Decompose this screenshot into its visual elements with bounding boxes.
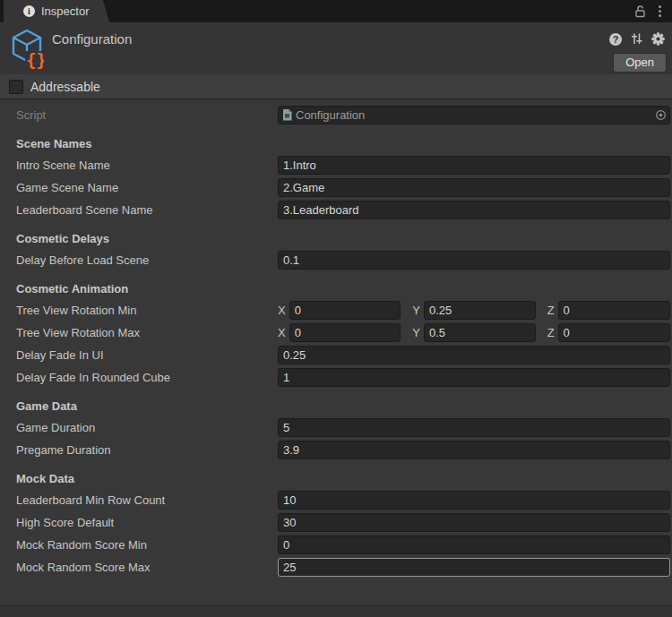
tab-inspector[interactable]: i Inspector (4, 0, 109, 22)
inspector-footer (0, 605, 672, 617)
field-row: Leaderboard Min Row Count (0, 491, 672, 510)
axis-z-label: Z (547, 304, 555, 317)
axis-z-label: Z (547, 326, 555, 339)
kebab-menu-icon[interactable] (657, 4, 663, 19)
field-label: Leaderboard Min Row Count (16, 493, 278, 507)
script-object-field[interactable]: Configuration (278, 106, 670, 124)
axis-y-label: Y (412, 304, 420, 317)
mock-random-score-min-input[interactable] (278, 536, 670, 554)
mock-random-score-max-input[interactable] (278, 558, 670, 577)
unlock-icon[interactable] (633, 4, 647, 18)
field-row: Leaderboard Scene Name (0, 201, 672, 219)
field-label: High Score Default (16, 516, 278, 529)
field-label: Mock Random Score Max (16, 561, 278, 574)
field-row: Game Scene Name (0, 178, 672, 197)
gear-icon[interactable] (651, 32, 665, 46)
open-button[interactable]: Open (613, 53, 667, 73)
addressable-row: Addressable (0, 74, 672, 99)
scriptable-object-icon: {} (10, 28, 44, 69)
vector-field-row: Tree View Rotation Max X Y Z (0, 323, 672, 342)
axis-x-label: X (278, 326, 286, 339)
asset-title: Configuration (52, 31, 132, 47)
tree-view-rotation-min-y-input[interactable] (424, 301, 536, 320)
field-row: Pregame Duration (0, 441, 672, 459)
section-title-scene-names: Scene Names (0, 137, 672, 150)
field-row: Delay Fade In UI (0, 346, 672, 364)
inspector-body: Script Configuration Scene Names Intro S… (0, 99, 672, 605)
field-label: Delay Before Load Scene (16, 253, 278, 267)
pregame-duration-input[interactable] (278, 441, 670, 459)
field-row: Delay Before Load Scene (0, 251, 672, 270)
field-label: Tree View Rotation Max (16, 326, 278, 339)
game-duration-input[interactable] (278, 418, 670, 437)
section-title-cosmetic-animation: Cosmetic Animation (0, 282, 672, 296)
leaderboard-scene-name-input[interactable] (278, 201, 670, 219)
tab-bar: i Inspector (0, 0, 672, 22)
field-row: Intro Scene Name (0, 156, 672, 175)
field-label: Leaderboard Scene Name (16, 203, 278, 217)
script-object-name: Configuration (296, 108, 655, 122)
field-row: Mock Random Score Max (0, 558, 672, 577)
csharp-script-icon (282, 109, 292, 121)
inspector-header: {} Configuration ? Open (0, 22, 672, 74)
field-label: Mock Random Score Min (16, 538, 278, 552)
tree-view-rotation-max-y-input[interactable] (424, 323, 536, 342)
field-row: Delay Fade In Rounded Cube (0, 368, 672, 387)
field-label: Delay Fade In Rounded Cube (16, 371, 278, 384)
field-label: Game Scene Name (16, 181, 278, 194)
tree-view-rotation-min-z-input[interactable] (558, 301, 670, 320)
tree-view-rotation-max-x-input[interactable] (289, 323, 401, 342)
intro-scene-name-input[interactable] (278, 156, 670, 175)
info-icon: i (23, 5, 35, 17)
field-label: Tree View Rotation Min (16, 304, 278, 317)
delay-fade-in-rounded-cube-input[interactable] (278, 368, 670, 387)
section-title-game-data: Game Data (0, 399, 672, 413)
field-row: High Score Default (0, 513, 672, 532)
vector-field-row: Tree View Rotation Min X Y Z (0, 301, 672, 320)
field-label: Intro Scene Name (16, 159, 278, 172)
delay-before-load-scene-input[interactable] (278, 251, 670, 270)
help-icon[interactable]: ? (609, 33, 622, 46)
section-title-cosmetic-delays: Cosmetic Delays (0, 232, 672, 245)
field-label: Delay Fade In UI (16, 348, 278, 362)
delay-fade-in-ui-input[interactable] (278, 346, 670, 364)
script-row: Script Configuration (0, 106, 672, 124)
addressable-label: Addressable (30, 80, 100, 94)
svg-text:{}: {} (26, 50, 44, 69)
high-score-default-input[interactable] (278, 513, 670, 532)
field-row: Mock Random Score Min (0, 536, 672, 554)
field-label: Pregame Duration (16, 443, 278, 457)
tab-title: Inspector (41, 4, 89, 18)
field-row: Game Duration (0, 418, 672, 437)
axis-x-label: X (278, 304, 286, 317)
section-title-mock-data: Mock Data (0, 472, 672, 485)
game-scene-name-input[interactable] (278, 178, 670, 197)
leaderboard-min-row-count-input[interactable] (278, 491, 670, 510)
field-label: Game Duration (16, 421, 278, 434)
addressable-checkbox[interactable] (9, 80, 23, 94)
axis-y-label: Y (412, 326, 420, 339)
tree-view-rotation-min-x-input[interactable] (289, 301, 401, 320)
tree-view-rotation-max-z-input[interactable] (558, 323, 670, 342)
presets-icon[interactable] (630, 32, 643, 46)
object-picker-icon[interactable] (655, 109, 667, 121)
script-label: Script (16, 108, 278, 122)
